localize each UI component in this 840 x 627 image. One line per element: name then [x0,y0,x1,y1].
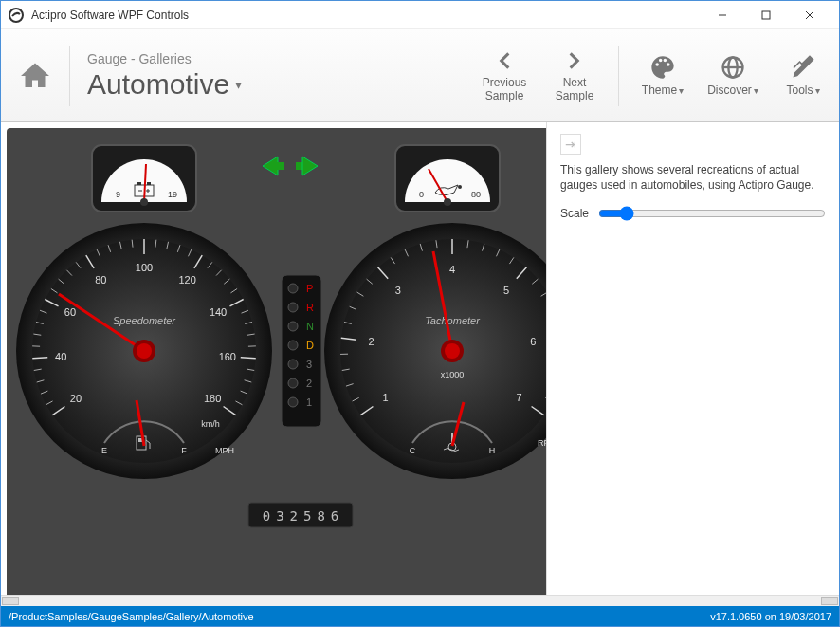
svg-text:3: 3 [306,359,312,370]
info-panel: ⇥ This gallery shows several recreations… [547,122,839,595]
scale-label: Scale [560,207,589,220]
oil-max: 80 [471,190,481,199]
svg-rect-9 [277,162,284,170]
svg-text:180: 180 [204,393,221,404]
svg-text:5: 5 [503,285,509,296]
toolbar-divider [618,46,619,106]
temp-cold: C [410,446,416,455]
svg-text:100: 100 [136,262,153,273]
breadcrumb: Gauge - Galleries [87,51,478,66]
sample-viewport: 9 19 0 80 20406080100120140160180 [1,122,547,595]
svg-text:D: D [306,340,314,351]
speedometer-gauge: 20406080100120140160180 Speedometer km/h… [16,223,272,479]
next-sample-label: Next Sample [556,77,594,103]
svg-text:120: 120 [178,274,195,286]
svg-rect-13 [137,182,141,185]
svg-line-30 [32,358,47,359]
svg-point-81 [288,303,298,312]
close-button[interactable] [788,2,831,28]
svg-point-136 [445,343,460,359]
svg-line-66 [241,358,256,359]
svg-point-79 [288,284,298,293]
temp-hot: H [489,446,496,455]
fuel-full: F [181,446,187,455]
svg-point-85 [288,341,298,350]
speedometer-label: Speedometer [113,315,176,326]
home-icon[interactable] [18,59,52,93]
tools-label: Tools▾ [786,84,819,98]
svg-point-89 [288,378,298,388]
chevron-down-icon: ▾ [235,77,242,92]
window-title: Actipro Software WPF Controls [31,9,701,22]
svg-text:1: 1 [306,396,312,408]
chevron-left-icon [492,48,517,73]
svg-point-18 [140,198,148,206]
page-title-dropdown[interactable]: Automotive ▾ [87,68,478,101]
tachometer-unit: x1000 [441,370,465,379]
minimize-button[interactable] [701,2,744,28]
oil-gauge: 0 80 [395,145,500,212]
odometer-value: 032586 [263,508,345,524]
page-title-text: Automotive [87,68,229,101]
battery-max: 19 [168,190,177,199]
svg-point-77 [137,343,152,359]
svg-text:20: 20 [70,393,82,404]
svg-text:60: 60 [64,306,76,318]
battery-min: 9 [116,190,120,199]
svg-point-91 [288,397,298,407]
svg-text:P: P [306,283,313,294]
gallery-description: This gallery shows several recreations o… [560,162,826,193]
theme-button[interactable]: Theme▾ [636,46,689,106]
status-path: /ProductSamples/GaugeSamples/Gallery/Aut… [9,611,710,622]
svg-rect-2 [762,11,770,19]
app-icon [9,8,24,23]
svg-point-87 [288,360,298,369]
gear-indicator: PRND321 [282,275,321,427]
svg-point-83 [288,322,298,331]
speedometer-mph: MPH [215,446,234,455]
svg-text:140: 140 [210,306,227,318]
svg-text:1: 1 [382,392,388,403]
toolbar: Gauge - Galleries Automotive ▾ Previous … [1,29,839,122]
theme-label: Theme▾ [642,84,684,98]
svg-text:7: 7 [516,392,521,403]
automotive-dashboard: 9 19 0 80 20406080100120140160180 [7,128,547,595]
palette-icon [649,54,676,81]
status-version: v17.1.0650 on 19/03/2017 [710,611,831,622]
oil-min: 0 [419,190,424,199]
svg-text:N: N [306,321,314,332]
previous-sample-button[interactable]: Previous Sample [478,46,531,106]
svg-rect-14 [147,182,151,185]
svg-text:R: R [306,302,314,313]
tools-button[interactable]: Tools▾ [776,46,830,106]
fuel-empty: E [101,446,107,455]
svg-point-0 [9,9,23,22]
discover-button[interactable]: Discover▾ [706,46,759,106]
statusbar: /ProductSamples/GaugeSamples/Gallery/Aut… [1,606,839,626]
svg-text:160: 160 [219,351,236,362]
svg-text:2: 2 [369,336,374,347]
svg-rect-78 [282,275,321,427]
discover-label: Discover▾ [707,84,758,98]
svg-point-21 [444,198,451,206]
tachometer-label: Tachometer [425,315,481,326]
tools-icon [790,54,816,81]
svg-text:2: 2 [306,378,312,389]
scale-slider[interactable] [598,206,826,221]
previous-sample-label: Previous Sample [483,77,527,103]
speedometer-kmh: km/h [201,419,220,429]
titlebar: Actipro Software WPF Controls [1,1,839,29]
svg-text:40: 40 [55,351,66,362]
globe-icon [720,54,746,81]
toolbar-divider [69,46,70,106]
horizontal-scrollbar[interactable] [1,595,839,606]
next-sample-button[interactable]: Next Sample [548,46,601,106]
expand-right-icon[interactable]: ⇥ [560,134,581,155]
svg-text:80: 80 [95,274,106,286]
rpm-label: RPM [538,438,547,448]
odometer: 032586 [248,503,353,527]
maximize-button[interactable] [744,2,788,28]
battery-gauge: 9 19 [92,145,196,212]
svg-text:6: 6 [530,336,536,347]
chevron-right-icon [562,48,587,73]
